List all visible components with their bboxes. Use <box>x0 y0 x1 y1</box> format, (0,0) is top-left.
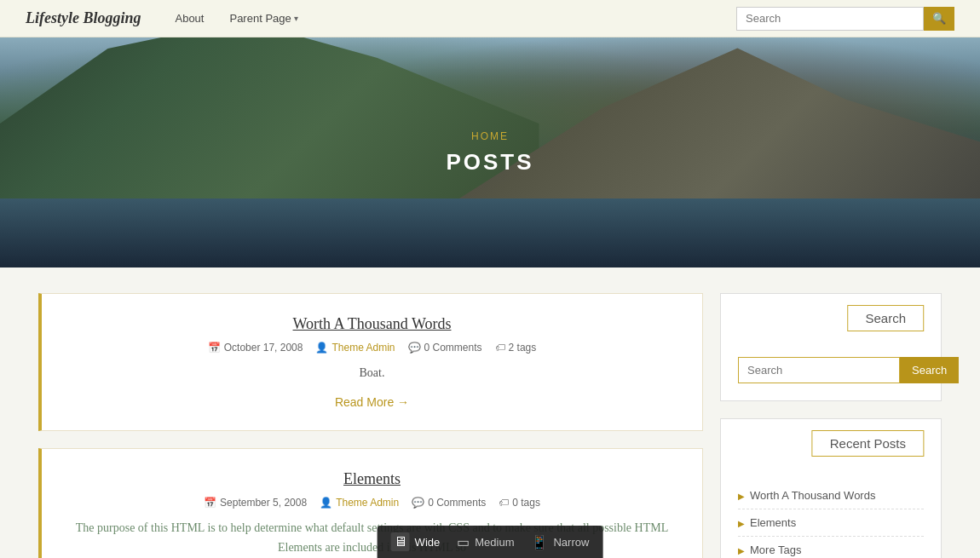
arrow-icon: ▶ <box>738 546 745 555</box>
layout-narrow[interactable]: 📱 Narrow <box>531 534 589 550</box>
sidebar: Search Search Recent Posts ▶ Worth A Tho… <box>720 293 942 558</box>
recent-post-link[interactable]: Elements <box>750 516 796 529</box>
bottom-bar: 🖥 Wide ▭ Medium 📱 Narrow <box>378 526 603 558</box>
post-date: 📅 September 5, 2008 <box>204 497 307 509</box>
hero-breadcrumb: HOME <box>446 130 533 142</box>
nav-about[interactable]: About <box>175 12 204 25</box>
recent-posts-title: Recent Posts <box>812 430 924 457</box>
recent-posts-header: Recent Posts <box>738 436 924 469</box>
post-author-link[interactable]: Theme Admin <box>331 342 395 354</box>
recent-post-item: ▶ Worth A Thousand Words <box>738 482 924 509</box>
post-card: Elements 📅 September 5, 2008 👤 Theme Adm… <box>38 448 703 558</box>
main-content: Worth A Thousand Words 📅 October 17, 200… <box>21 293 959 558</box>
post-author: 👤 Theme Admin <box>315 342 395 354</box>
main-nav: About Parent Page ▾ <box>175 12 736 25</box>
site-title: Lifestyle Blogging <box>26 9 141 27</box>
nav-parent-page[interactable]: Parent Page ▾ <box>229 12 297 25</box>
header-search: 🔍 <box>736 7 954 31</box>
user-icon: 👤 <box>315 342 328 354</box>
arrow-icon: ▶ <box>738 519 745 528</box>
medium-icon: ▭ <box>457 534 470 550</box>
arrow-icon: ▶ <box>738 492 745 501</box>
header-search-input[interactable] <box>736 7 924 31</box>
header-search-button[interactable]: 🔍 <box>924 7 954 31</box>
layout-medium[interactable]: ▭ Medium <box>457 534 514 550</box>
sidebar-search-button[interactable]: Search <box>900 357 959 383</box>
post-meta: 📅 September 5, 2008 👤 Theme Admin 💬 0 Co… <box>67 497 677 509</box>
site-header: Lifestyle Blogging About Parent Page ▾ 🔍 <box>0 0 980 37</box>
user-icon: 👤 <box>320 497 332 509</box>
tag-icon: 🏷 <box>499 497 509 509</box>
posts-area: Worth A Thousand Words 📅 October 17, 200… <box>38 293 703 558</box>
search-widget: Search Search <box>720 293 942 401</box>
narrow-icon: 📱 <box>531 534 548 550</box>
hero-text: HOME POSTS <box>446 130 533 175</box>
wide-icon: 🖥 <box>391 532 410 551</box>
post-comments: 💬 0 Comments <box>408 342 482 354</box>
recent-post-link[interactable]: Worth A Thousand Words <box>750 489 875 502</box>
comment-icon: 💬 <box>408 342 421 354</box>
search-widget-header: Search <box>738 311 924 344</box>
post-meta: 📅 October 17, 2008 👤 Theme Admin 💬 0 Com… <box>67 342 677 354</box>
layout-wide[interactable]: 🖥 Wide <box>391 532 441 551</box>
hero-banner: HOME POSTS <box>0 37 980 267</box>
calendar-icon: 📅 <box>208 342 221 354</box>
post-title-link[interactable]: Elements <box>343 470 401 487</box>
post-title-link[interactable]: Worth A Thousand Words <box>293 315 452 332</box>
post-date: 📅 October 17, 2008 <box>208 342 303 354</box>
search-widget-form: Search <box>738 357 924 383</box>
water <box>0 198 980 267</box>
post-tags: 🏷 2 tags <box>495 342 537 354</box>
post-comments: 💬 0 Comments <box>412 497 486 509</box>
hero-title: POSTS <box>446 149 533 175</box>
recent-post-link[interactable]: More Tags <box>750 544 801 556</box>
comment-icon: 💬 <box>412 497 424 509</box>
tag-icon: 🏷 <box>495 342 505 354</box>
post-author-link[interactable]: Theme Admin <box>336 497 399 509</box>
search-widget-title: Search <box>847 305 924 331</box>
sidebar-search-input[interactable] <box>738 357 900 383</box>
post-author: 👤 Theme Admin <box>320 497 399 509</box>
recent-post-item: ▶ Elements <box>738 509 924 537</box>
post-title: Elements <box>67 470 677 488</box>
recent-post-item: ▶ More Tags <box>738 537 924 558</box>
recent-posts-widget: Recent Posts ▶ Worth A Thousand Words ▶ … <box>720 418 942 558</box>
post-title: Worth A Thousand Words <box>67 315 677 333</box>
post-card: Worth A Thousand Words 📅 October 17, 200… <box>38 293 703 431</box>
post-tags: 🏷 0 tags <box>499 497 540 509</box>
calendar-icon: 📅 <box>204 497 216 509</box>
read-more-link[interactable]: Read More → <box>67 395 677 409</box>
post-excerpt: Boat. <box>67 364 677 383</box>
chevron-down-icon: ▾ <box>294 14 298 23</box>
